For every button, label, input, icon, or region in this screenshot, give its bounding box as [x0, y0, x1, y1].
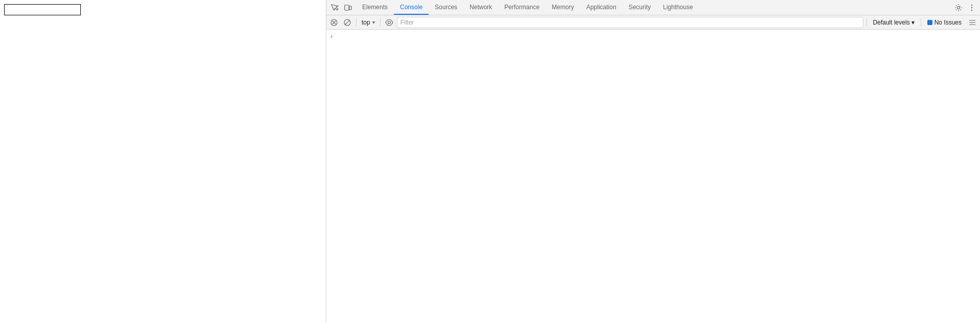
- svg-rect-0: [345, 5, 349, 10]
- clear-console-button[interactable]: [328, 17, 340, 28]
- issues-dot: [927, 20, 932, 25]
- devtools-toolbar-icons: [326, 2, 356, 14]
- devtools-tabs-bar: Elements Console Sources Network Perform…: [326, 0, 980, 15]
- tab-sources[interactable]: Sources: [429, 0, 463, 15]
- console-chevron[interactable]: ›: [330, 32, 332, 40]
- tab-application[interactable]: Application: [580, 0, 622, 15]
- tab-memory[interactable]: Memory: [546, 0, 580, 15]
- device-toggle-button[interactable]: [342, 2, 354, 14]
- context-selector-arrow: ▾: [372, 19, 375, 25]
- svg-rect-1: [349, 6, 351, 10]
- tab-console[interactable]: Console: [394, 0, 429, 15]
- console-prompt: ›: [326, 30, 980, 42]
- log-levels-arrow: ▾: [911, 19, 915, 26]
- svg-point-3: [971, 4, 972, 5]
- tab-security[interactable]: Security: [622, 0, 657, 15]
- console-content[interactable]: ›: [326, 30, 980, 322]
- console-toolbar-right: [967, 17, 978, 28]
- webpage-area: [0, 0, 326, 322]
- inspect-element-button[interactable]: [328, 2, 341, 14]
- toolbar-separator-3: [866, 18, 867, 27]
- tab-network[interactable]: Network: [463, 0, 498, 15]
- toolbar-separator-1: [356, 18, 357, 27]
- devtools-panel: Elements Console Sources Network Perform…: [326, 0, 980, 322]
- log-levels-button[interactable]: Default levels ▾: [870, 17, 918, 28]
- toolbar-separator-4: [921, 18, 921, 27]
- svg-point-2: [957, 6, 960, 9]
- tab-lighthouse[interactable]: Lighthouse: [657, 0, 699, 15]
- console-toolbar: top ▾ Default levels ▾ No Issues: [326, 15, 980, 30]
- tab-performance[interactable]: Performance: [498, 0, 546, 15]
- tabs-list: Elements Console Sources Network Perform…: [356, 0, 950, 15]
- page-input[interactable]: [4, 4, 81, 15]
- svg-point-5: [971, 9, 972, 10]
- context-selector[interactable]: top ▾: [360, 17, 377, 28]
- svg-point-8: [388, 21, 390, 24]
- console-settings-button[interactable]: [967, 17, 978, 28]
- settings-button[interactable]: [952, 2, 965, 14]
- no-issues-badge: No Issues: [924, 17, 965, 28]
- eye-button[interactable]: [384, 17, 395, 28]
- tabs-right-icons: [950, 2, 980, 14]
- more-options-button[interactable]: [966, 2, 978, 14]
- tab-elements[interactable]: Elements: [356, 0, 394, 15]
- block-icon-button[interactable]: [342, 17, 353, 28]
- toolbar-separator-2: [380, 18, 381, 27]
- filter-input[interactable]: [397, 17, 863, 28]
- svg-point-4: [971, 7, 972, 8]
